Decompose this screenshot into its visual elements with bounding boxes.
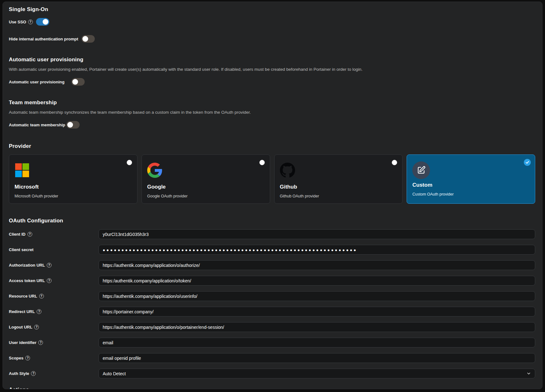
hide-prompt-toggle[interactable]: [82, 35, 95, 43]
scopes-input[interactable]: [99, 353, 535, 363]
provider-heading: Provider: [9, 143, 535, 149]
auth-style-label: Auth Style: [9, 371, 99, 376]
logout-url-label-text: Logout URL: [9, 325, 32, 329]
auto-provisioning-description: With automatic user provisioning enabled…: [9, 67, 535, 72]
team-membership-heading: Team membership: [9, 100, 535, 106]
user-identifier-input[interactable]: [99, 338, 535, 347]
provider-card-github[interactable]: Github Github OAuth provider: [274, 154, 403, 204]
scopes-label-text: Scopes: [9, 356, 23, 360]
help-icon[interactable]: [47, 263, 51, 268]
logout-url-input[interactable]: [99, 322, 535, 332]
toggle-knob: [82, 36, 88, 42]
field-row-redirect-url: Redirect URL: [9, 307, 535, 317]
edit-icon: [417, 166, 426, 175]
provider-card-microsoft[interactable]: Microsoft Microsoft OAuth provider: [9, 154, 137, 204]
sso-heading: Single Sign-On: [9, 6, 535, 13]
redirect-url-input[interactable]: [99, 307, 535, 317]
team-membership-row: Automatic team membership: [9, 121, 535, 129]
help-icon[interactable]: [47, 278, 51, 283]
toggle-knob: [67, 122, 73, 128]
team-membership-label: Automatic team membership: [9, 123, 63, 127]
auto-provisioning-label: Automatic user provisioning: [9, 80, 68, 84]
provider-card-custom[interactable]: Custom Custom OAuth provider: [407, 154, 535, 204]
user-identifier-label-text: User identifier: [9, 340, 36, 345]
access-token-url-input[interactable]: [99, 276, 535, 286]
help-icon[interactable]: [25, 356, 30, 360]
provider-card-subtitle: Microsoft OAuth provider: [15, 194, 132, 198]
field-row-scopes: Scopes: [9, 353, 535, 363]
hide-prompt-row: Hide internal authentication prompt: [9, 35, 535, 43]
provider-cards: Microsoft Microsoft OAuth provider Googl…: [9, 154, 535, 204]
help-icon[interactable]: [39, 294, 44, 299]
microsoft-logo-icon: [15, 163, 30, 178]
provider-card-title: Microsoft: [15, 184, 132, 190]
provider-card-google[interactable]: Google Google OAuth provider: [142, 154, 270, 204]
auto-provisioning-toggle[interactable]: [71, 78, 85, 86]
field-row-user-identifier: User identifier: [9, 338, 535, 347]
client-id-input[interactable]: [99, 229, 535, 239]
provider-card-subtitle: Google OAuth provider: [147, 194, 265, 198]
user-identifier-label: User identifier: [9, 340, 99, 345]
client-secret-label: Client secret: [9, 247, 99, 252]
redirect-url-label-text: Redirect URL: [9, 309, 35, 314]
auto-provisioning-heading: Automatic user provisioning: [9, 57, 535, 63]
auth-style-select[interactable]: Auto Detect: [99, 369, 535, 378]
help-icon[interactable]: [27, 232, 32, 237]
oauth-fields: Client ID Client secret Authorization UR…: [9, 229, 535, 378]
authorization-url-input[interactable]: [99, 260, 535, 270]
radio-unselected-icon[interactable]: [127, 160, 132, 165]
auto-provisioning-row: Automatic user provisioning: [9, 78, 535, 86]
help-icon[interactable]: [31, 371, 36, 376]
field-row-auth-style: Auth Style Auto Detect: [9, 369, 535, 378]
redirect-url-label: Redirect URL: [9, 309, 99, 314]
logout-url-label: Logout URL: [9, 325, 99, 329]
use-sso-row: Use SSO: [9, 18, 535, 26]
help-icon[interactable]: [28, 20, 33, 24]
actions-heading: Actions: [9, 387, 535, 389]
radio-unselected-icon[interactable]: [392, 160, 397, 165]
provider-card-title: Github: [280, 184, 397, 190]
team-membership-toggle[interactable]: [66, 121, 80, 129]
field-row-logout-url: Logout URL: [9, 322, 535, 332]
help-icon[interactable]: [38, 340, 43, 345]
authorization-url-label-text: Authorization URL: [9, 263, 45, 268]
access-token-url-label: Access token URL: [9, 278, 99, 283]
field-row-authorization-url: Authorization URL: [9, 260, 535, 270]
provider-card-subtitle: Github OAuth provider: [280, 194, 397, 198]
field-row-client-id: Client ID: [9, 229, 535, 239]
resource-url-input[interactable]: [99, 291, 535, 301]
auth-style-label-text: Auth Style: [9, 371, 29, 376]
provider-card-title: Google: [147, 184, 265, 190]
field-row-access-token-url: Access token URL: [9, 276, 535, 286]
scopes-label: Scopes: [9, 356, 99, 360]
oauth-configuration-heading: OAuth Configuration: [9, 218, 535, 224]
custom-logo-badge: [412, 161, 430, 179]
provider-card-subtitle: Custom OAuth provider: [412, 192, 530, 196]
field-row-client-secret: Client secret: [9, 245, 535, 255]
hide-prompt-label: Hide internal authentication prompt: [9, 37, 78, 41]
chevron-down-icon: [526, 371, 531, 376]
toggle-knob: [43, 19, 48, 25]
client-id-label-text: Client ID: [9, 232, 26, 237]
client-id-label: Client ID: [9, 232, 99, 237]
help-icon[interactable]: [34, 325, 39, 329]
use-sso-label: Use SSO: [9, 20, 33, 24]
access-token-url-label-text: Access token URL: [9, 278, 45, 283]
radio-unselected-icon[interactable]: [259, 160, 265, 165]
use-sso-label-text: Use SSO: [9, 20, 26, 24]
team-membership-description: Automatic team membership synchronizes t…: [9, 110, 535, 115]
resource-url-label: Resource URL: [9, 294, 99, 299]
oauth-settings-panel: Single Sign-On Use SSO Hide internal aut…: [3, 2, 542, 389]
resource-url-label-text: Resource URL: [9, 294, 37, 299]
provider-card-title: Custom: [412, 182, 530, 188]
check-circle-icon: [524, 159, 531, 166]
github-logo-icon: [280, 163, 295, 178]
use-sso-toggle[interactable]: [36, 18, 49, 26]
help-icon[interactable]: [37, 309, 41, 314]
google-logo-icon: [147, 163, 162, 178]
client-secret-input[interactable]: [99, 245, 535, 255]
auth-style-selected-value: Auto Detect: [103, 371, 126, 376]
field-row-resource-url: Resource URL: [9, 291, 535, 301]
authorization-url-label: Authorization URL: [9, 263, 99, 268]
toggle-knob: [72, 79, 78, 85]
